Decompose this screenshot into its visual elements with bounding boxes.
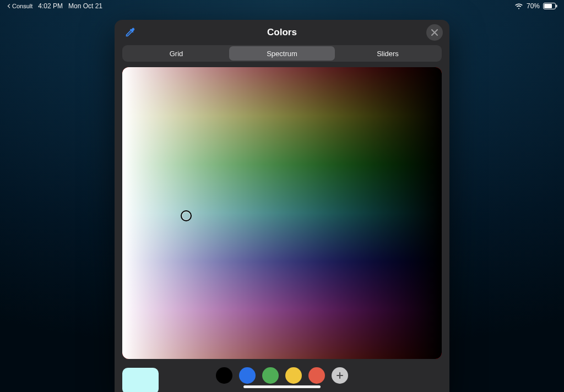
mode-tabs[interactable]: Grid Spectrum Sliders <box>122 45 442 62</box>
current-color-swatch[interactable] <box>122 368 159 392</box>
status-right: 70% <box>514 2 557 10</box>
close-button[interactable] <box>426 24 443 41</box>
tab-label: Grid <box>170 50 183 58</box>
tab-label: Spectrum <box>267 50 297 58</box>
spectrum-black-layer <box>122 67 442 359</box>
tab-label: Sliders <box>377 50 399 58</box>
status-date: Mon Oct 21 <box>68 2 102 10</box>
tab-spectrum[interactable]: Spectrum <box>229 46 335 61</box>
recent-swatch-4[interactable] <box>285 367 302 384</box>
panel-header: Colors <box>115 20 449 45</box>
tab-grid[interactable]: Grid <box>123 46 229 61</box>
status-time: 4:02 PM <box>38 2 63 10</box>
svg-rect-1 <box>544 4 552 8</box>
svg-rect-2 <box>556 5 557 8</box>
battery-icon <box>543 3 557 9</box>
status-bar: Consult 4:02 PM Mon Oct 21 70% <box>0 0 564 12</box>
home-indicator[interactable] <box>243 385 321 388</box>
colors-panel: Colors Grid Spectrum Sliders <box>115 20 449 392</box>
panel-title: Colors <box>267 27 297 38</box>
wifi-icon <box>514 3 523 9</box>
recent-swatch-2[interactable] <box>239 367 256 384</box>
back-app-label: Consult <box>12 3 32 9</box>
recent-swatch-5[interactable] <box>308 367 325 384</box>
eyedropper-icon <box>124 26 136 39</box>
chevron-left-icon <box>7 4 11 8</box>
status-left: Consult 4:02 PM Mon Oct 21 <box>7 2 102 10</box>
tab-sliders[interactable]: Sliders <box>335 46 441 61</box>
spectrum-picker[interactable] <box>122 67 442 359</box>
back-to-app-button[interactable]: Consult <box>7 3 32 9</box>
recent-swatch-group <box>165 367 399 384</box>
close-icon <box>431 29 438 36</box>
add-swatch-button[interactable] <box>332 367 348 384</box>
battery-percent: 70% <box>527 2 540 10</box>
recent-swatch-1[interactable] <box>216 367 232 384</box>
recent-swatch-3[interactable] <box>262 367 279 384</box>
eyedropper-button[interactable] <box>122 25 138 40</box>
spectrum-selector-ring[interactable] <box>181 210 192 221</box>
plus-icon <box>336 372 344 379</box>
